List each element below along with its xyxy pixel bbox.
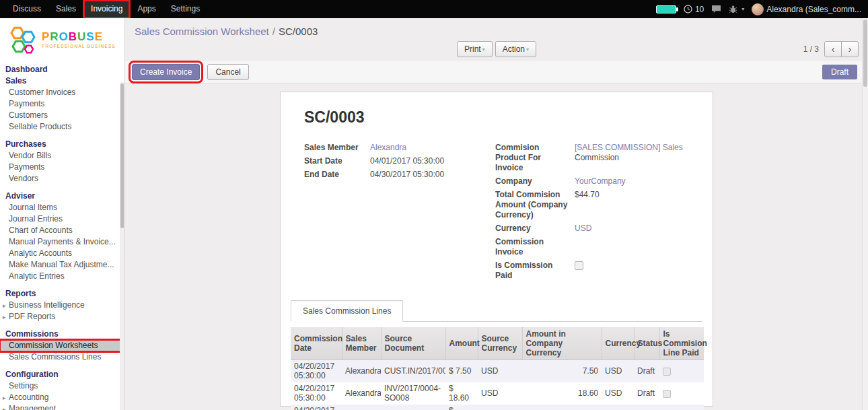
- sidebar-section-commissions[interactable]: Commissions: [0, 329, 124, 340]
- sidebar-item-pdf-reports[interactable]: ▸PDF Reports: [0, 311, 124, 322]
- col-status[interactable]: Status: [634, 327, 659, 360]
- menu-settings[interactable]: Settings: [164, 0, 207, 18]
- notebook-tabs: Sales Commission Lines: [291, 300, 702, 322]
- end-date-value: 04/30/2017 05:30:00: [370, 170, 495, 180]
- action-button[interactable]: Action▾: [495, 41, 536, 57]
- col-amount-company-currency[interactable]: Amount in Company Currency: [522, 327, 602, 360]
- print-button[interactable]: Print▾: [457, 41, 493, 57]
- bug-icon: [729, 5, 737, 13]
- menu-apps[interactable]: Apps: [130, 0, 163, 18]
- status-badge-draft[interactable]: Draft: [822, 65, 857, 79]
- sidebar-item-journal-entries[interactable]: Journal Entries: [0, 213, 124, 225]
- breadcrumb-current: SC/0003: [279, 26, 318, 37]
- sales-member-label: Sales Member: [304, 143, 370, 153]
- sidebar-item-analytic-accounts[interactable]: Analytic Accounts: [0, 248, 124, 259]
- col-commission-date[interactable]: Commission Date: [291, 327, 342, 360]
- sidebar-item-sellable-products[interactable]: Sellable Products: [0, 121, 124, 133]
- sidebar-item-analytic-entries[interactable]: Analytic Entries: [0, 271, 124, 282]
- sidebar-section-reports[interactable]: Reports: [0, 288, 124, 300]
- table-cell: 04/20/2017 10:35:53: [291, 405, 342, 410]
- company-value[interactable]: YourCompany: [575, 176, 689, 186]
- sidebar-item-dashboard[interactable]: Dashboard: [0, 64, 124, 75]
- currency-label: Currency: [495, 224, 575, 234]
- tab-sales-commission-lines[interactable]: Sales Commission Lines: [291, 300, 403, 322]
- col-source-document[interactable]: Source Document: [381, 327, 445, 360]
- total-commission-value: $44.70: [575, 190, 689, 200]
- sales-member-value[interactable]: Alexandra: [370, 143, 495, 153]
- sidebar: PROBUSE PROFESSIONAL BUSINESS Dashboard …: [0, 18, 125, 410]
- pager-previous-button[interactable]: ‹: [824, 41, 842, 57]
- sidebar-section-adviser[interactable]: Adviser: [0, 191, 124, 202]
- sidebar-item-payments-sales[interactable]: Payments: [0, 98, 124, 110]
- sidebar-item-commission-worksheets[interactable]: Commission Worksheets: [0, 340, 124, 351]
- table-row[interactable]: 04/20/2017 10:35:53 Alexandra SO008 $ 18…: [291, 405, 704, 410]
- breadcrumb-parent[interactable]: Sales Commission Worksheet: [135, 26, 269, 37]
- sidebar-item-sales-commissions-lines[interactable]: Sales Commissions Lines: [0, 351, 124, 363]
- col-sales-member[interactable]: Sales Member: [342, 327, 381, 360]
- table-cell: Draft: [634, 405, 659, 410]
- create-invoice-button[interactable]: Create Invoice: [132, 64, 200, 80]
- table-cell: 04/20/2017 05:30:00: [291, 360, 342, 382]
- sidebar-section-sales[interactable]: Sales: [0, 75, 124, 87]
- sidebar-item-business-intelligence[interactable]: ▸Business Intelligence: [0, 300, 124, 311]
- company-label: Company: [495, 176, 575, 186]
- chevron-right-icon: ▸: [3, 312, 6, 322]
- table-cell: CUST.IN/2017/0001: [381, 360, 445, 382]
- pager-count: 1 / 3: [803, 44, 819, 54]
- table-cell: SO008: [381, 405, 445, 410]
- main-scrollbar-thumb[interactable]: [863, 20, 867, 87]
- sidebar-menu: Dashboard Sales Customer Invoices Paymen…: [0, 63, 124, 410]
- messages-button[interactable]: [711, 5, 721, 13]
- table-cell: $ 18.60: [445, 405, 478, 410]
- table-row[interactable]: 04/20/2017 05:30:00 Alexandra INV/2017/0…: [291, 382, 704, 405]
- sidebar-scrollbar-thumb[interactable]: [120, 83, 124, 228]
- table-row[interactable]: 04/20/2017 05:30:00 Alexandra CUST.IN/20…: [291, 360, 704, 382]
- sidebar-section-purchases[interactable]: Purchases: [0, 139, 124, 150]
- line-paid-checkbox[interactable]: [663, 368, 671, 376]
- table-cell: Draft: [634, 360, 659, 382]
- form-statusbar: Create Invoice Cancel Draft: [125, 61, 868, 83]
- is-commission-paid-checkbox[interactable]: [575, 261, 583, 270]
- sidebar-item-vendor-bills[interactable]: Vendor Bills: [0, 150, 124, 162]
- probuse-logo-icon: [9, 24, 37, 55]
- battery-icon: [656, 5, 676, 13]
- is-commission-paid-label: Is Commission Paid: [495, 261, 575, 281]
- sidebar-scrollbar: [120, 82, 124, 410]
- activity-timer[interactable]: 10: [684, 5, 704, 14]
- commission-invoice-value: [575, 237, 689, 247]
- sidebar-item-chart-of-accounts[interactable]: Chart of Accounts: [0, 225, 124, 236]
- debug-menu[interactable]: ▾: [729, 5, 744, 13]
- sidebar-section-configuration[interactable]: Configuration: [0, 369, 124, 380]
- sidebar-item-journal-items[interactable]: Journal Items: [0, 202, 124, 213]
- sidebar-item-manual-tax-adjustment[interactable]: Make Manual Tax Adjustme...: [0, 259, 124, 271]
- currency-value[interactable]: USD: [575, 224, 689, 234]
- col-source-currency[interactable]: Source Currency: [478, 327, 522, 360]
- col-is-commission-line-paid[interactable]: Is Commision Line Paid: [659, 327, 704, 360]
- sidebar-item-manual-payments[interactable]: Manual Payments & Invoice...: [0, 236, 124, 248]
- app-logo[interactable]: PROBUSE PROFESSIONAL BUSINESS: [0, 18, 124, 63]
- sidebar-item-settings[interactable]: Settings: [0, 380, 124, 392]
- menu-sales[interactable]: Sales: [48, 0, 83, 18]
- table-cell: Draft: [634, 382, 659, 405]
- pager-next-button[interactable]: ›: [841, 41, 859, 57]
- table-cell: INV/2017/0004-SO008: [381, 382, 445, 405]
- sidebar-item-customers[interactable]: Customers: [0, 110, 124, 121]
- table-cell: USD: [602, 360, 634, 382]
- sidebar-item-management[interactable]: ▸Management: [0, 403, 124, 410]
- user-menu[interactable]: Alexandra (Sales_comm...: [752, 3, 861, 15]
- menu-discuss[interactable]: Discuss: [5, 0, 48, 18]
- start-date-label: Start Date: [304, 156, 370, 166]
- table-header-row: Commission Date Sales Member Source Docu…: [291, 327, 704, 360]
- sidebar-item-vendors[interactable]: Vendors: [0, 173, 124, 184]
- sidebar-item-customer-invoices[interactable]: Customer Invoices: [0, 87, 124, 98]
- breadcrumb: Sales Commission Worksheet/SC/0003: [125, 18, 868, 38]
- sidebar-item-payments-purchases[interactable]: Payments: [0, 162, 124, 173]
- table-cell: 04/20/2017 05:30:00: [291, 382, 342, 405]
- sidebar-item-accounting[interactable]: ▸Accounting: [0, 392, 124, 403]
- col-amount[interactable]: Amount: [445, 327, 478, 360]
- line-paid-checkbox[interactable]: [663, 390, 671, 398]
- menu-invoicing[interactable]: Invoicing: [83, 0, 130, 18]
- commission-product-value[interactable]: [SALES COMMISSION] Sales Commission: [575, 143, 689, 163]
- cancel-button[interactable]: Cancel: [207, 64, 248, 80]
- col-currency[interactable]: Currency: [602, 327, 634, 360]
